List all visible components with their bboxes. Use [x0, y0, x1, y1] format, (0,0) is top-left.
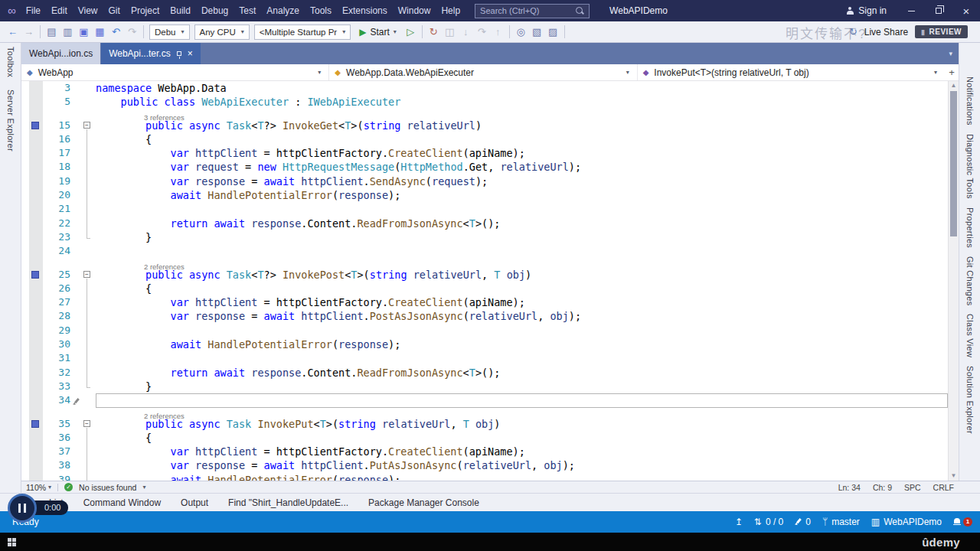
document-tab[interactable]: WebApi...ter.cs×: [101, 43, 201, 64]
close-button[interactable]: ×: [952, 0, 980, 21]
fold-margin[interactable]: [80, 217, 96, 230]
code-line[interactable]: 22 return await response.Content.ReadFro…: [21, 217, 948, 230]
glyph-margin[interactable]: [29, 174, 43, 188]
find-icon[interactable]: ◎: [513, 22, 529, 42]
fold-margin[interactable]: [80, 324, 96, 337]
startup-project-dropdown[interactable]: <Multiple Startup Pr ▾: [254, 24, 351, 40]
fold-margin[interactable]: [80, 393, 96, 407]
step-out-icon[interactable]: ↑: [490, 22, 506, 42]
codelens-marker-icon[interactable]: [31, 420, 39, 428]
glyph-margin[interactable]: [29, 259, 43, 268]
project-dropdown[interactable]: ◆ WebApp ▾: [21, 64, 328, 80]
vertical-scrollbar[interactable]: ▲ ▼: [948, 81, 959, 481]
code-line[interactable]: 39 await HandlePotentialError(response);: [21, 473, 948, 481]
menu-git[interactable]: Git: [103, 0, 126, 21]
fold-collapse-icon[interactable]: −: [83, 122, 90, 129]
glyph-margin[interactable]: [29, 351, 43, 365]
fold-margin[interactable]: [80, 146, 96, 160]
menu-project[interactable]: Project: [126, 0, 165, 21]
code-line[interactable]: 38 var response = await httpClient.PutAs…: [21, 458, 948, 472]
glyph-margin[interactable]: [29, 230, 43, 244]
glyph-margin[interactable]: [29, 268, 43, 282]
code-line[interactable]: 37 var httpClient = httpClientFactory.Cr…: [21, 445, 948, 458]
start-without-debugging-icon[interactable]: ▷: [403, 22, 419, 42]
fold-margin[interactable]: [80, 445, 96, 458]
notifications-button[interactable]: 1: [953, 517, 972, 527]
glyph-margin[interactable]: [29, 146, 43, 160]
search-input[interactable]: Search (Ctrl+Q): [475, 4, 590, 18]
code-line[interactable]: 18 var request = new HttpRequestMessage(…: [21, 160, 948, 174]
health-status[interactable]: No issues found: [79, 483, 136, 492]
glyph-margin[interactable]: [29, 380, 43, 393]
branch-button[interactable]: ᛘ master: [822, 517, 860, 527]
scrollbar-thumb[interactable]: [950, 91, 957, 236]
tool-tab-solution-explorer[interactable]: Solution Explorer: [965, 366, 975, 434]
tool-tab-class-view[interactable]: Class View: [965, 314, 975, 357]
panel-tab-output[interactable]: Output: [181, 497, 208, 508]
glyph-margin[interactable]: [29, 119, 43, 132]
menu-extensions[interactable]: Extensions: [337, 0, 393, 21]
fold-margin[interactable]: [80, 81, 96, 95]
type-dropdown[interactable]: ◆ WebApp.Data.WebApiExecuter ▾: [328, 64, 636, 80]
fold-collapse-icon[interactable]: −: [83, 271, 90, 278]
fold-margin[interactable]: [80, 309, 96, 323]
code-line[interactable]: 36 {: [21, 431, 948, 445]
configuration-dropdown[interactable]: Debu ▾: [149, 24, 190, 40]
sync-commits-button[interactable]: ⇅ 0 / 0: [754, 517, 783, 527]
glyph-margin[interactable]: [29, 431, 43, 445]
close-tab-icon[interactable]: ×: [188, 49, 193, 58]
fold-margin[interactable]: [80, 259, 96, 268]
fold-margin[interactable]: [80, 202, 96, 216]
glyph-margin[interactable]: [29, 458, 43, 472]
panel-tab-find-shirt-handleupdatee-[interactable]: Find "Shirt_HandleUpdateE...: [228, 497, 348, 508]
fold-margin[interactable]: [80, 351, 96, 365]
fold-margin[interactable]: [80, 160, 96, 174]
glyph-margin[interactable]: [29, 295, 43, 309]
glyph-margin[interactable]: [29, 244, 43, 258]
menu-build[interactable]: Build: [165, 0, 196, 21]
navigate-forward-icon[interactable]: →: [21, 22, 37, 42]
repository-button[interactable]: ▥ WebAPIDemo: [871, 517, 942, 527]
step-over-icon[interactable]: ↷: [474, 22, 490, 42]
glyph-margin[interactable]: [29, 132, 43, 146]
tool-tab-notifications[interactable]: Notifications: [965, 77, 975, 126]
glyph-margin[interactable]: [29, 473, 43, 481]
sign-in-button[interactable]: Sign in: [858, 5, 897, 16]
glyph-margin[interactable]: [29, 109, 43, 119]
code-line[interactable]: 28 var response = await httpClient.PostA…: [21, 309, 948, 323]
scroll-up-icon[interactable]: ▲: [949, 81, 959, 90]
glyph-margin[interactable]: [29, 337, 43, 351]
glyph-margin[interactable]: [29, 95, 43, 109]
codelens-marker-icon[interactable]: [31, 271, 39, 279]
menu-tools[interactable]: Tools: [305, 0, 337, 21]
document-tab[interactable]: WebApi...ion.cs: [21, 43, 100, 64]
fold-margin[interactable]: [80, 295, 96, 309]
save-all-icon[interactable]: ▦: [92, 22, 108, 42]
code-line[interactable]: 19 var response = await httpClient.SendA…: [21, 174, 948, 188]
fold-margin[interactable]: [80, 282, 96, 295]
panel-tab-command-window[interactable]: Command Window: [83, 497, 161, 508]
fold-margin[interactable]: [80, 473, 96, 481]
panel-tab-package-manager-console[interactable]: Package Manager Console: [368, 497, 479, 508]
fold-margin[interactable]: [80, 132, 96, 146]
code-line[interactable]: 29: [21, 324, 948, 337]
codelens-row[interactable]: 2 references: [21, 259, 948, 268]
scroll-down-icon[interactable]: ▼: [949, 471, 959, 481]
save-icon[interactable]: ▣: [76, 22, 92, 42]
code-line[interactable]: 30 await HandlePotentialError(response);: [21, 337, 948, 351]
windows-start-icon[interactable]: [8, 538, 16, 546]
open-file-icon[interactable]: ▥: [60, 22, 76, 42]
line-ending-indicator[interactable]: CRLF: [933, 483, 954, 492]
spaces-indicator[interactable]: SPC: [904, 483, 921, 492]
glyph-margin[interactable]: [29, 408, 43, 417]
fold-collapse-icon[interactable]: −: [83, 420, 90, 427]
code-line[interactable]: 27 var httpClient = httpClientFactory.Cr…: [21, 295, 948, 309]
fold-margin[interactable]: [80, 337, 96, 351]
glyph-margin[interactable]: [29, 160, 43, 174]
live-share-button[interactable]: Live Share: [864, 27, 908, 37]
code-line[interactable]: 16 {: [21, 132, 948, 146]
fold-margin[interactable]: [80, 174, 96, 188]
minimize-button[interactable]: [897, 0, 925, 21]
platform-dropdown[interactable]: Any CPU ▾: [194, 24, 250, 40]
glyph-margin[interactable]: [29, 217, 43, 230]
